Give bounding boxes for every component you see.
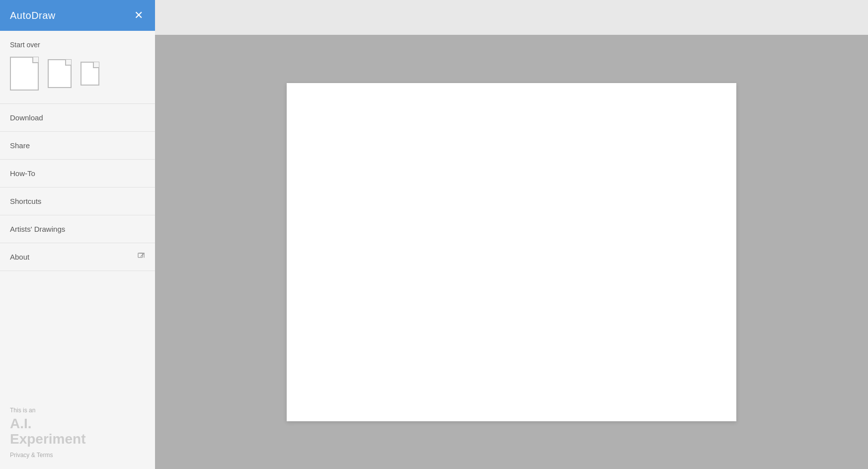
menu-item-how-to-label: How-To (10, 169, 35, 178)
canvas-option-medium[interactable] (48, 59, 72, 88)
sidebar-footer: This is an A.I. Experiment Privacy & Ter… (10, 407, 145, 459)
sidebar-header: AutoDraw ✕ (0, 0, 155, 31)
app-title: AutoDraw (10, 10, 56, 21)
canvas-option-small[interactable] (80, 62, 99, 86)
start-over-section: Start over (0, 31, 155, 95)
external-link-icon (137, 252, 145, 262)
menu-item-share-label: Share (10, 141, 30, 150)
canvas-option-large[interactable] (10, 57, 39, 91)
menu-item-how-to[interactable]: How-To (0, 160, 155, 188)
canvas-size-options (10, 57, 145, 91)
menu-item-download-label: Download (10, 113, 43, 122)
sidebar: AutoDraw ✕ Start over Download Share How… (0, 0, 155, 469)
menu-item-about-label: About (10, 253, 29, 261)
canvas-icon-medium (48, 59, 72, 88)
canvas-area (155, 35, 868, 469)
drawing-canvas[interactable] (287, 83, 736, 421)
canvas-icon-small (80, 62, 99, 86)
main-area (155, 0, 868, 469)
menu-item-artists-drawings[interactable]: Artists' Drawings (0, 215, 155, 243)
start-over-label: Start over (10, 41, 145, 49)
ai-experiment-label: A.I. Experiment (10, 416, 145, 447)
privacy-terms-link[interactable]: Privacy & Terms (10, 452, 53, 459)
menu-item-download[interactable]: Download (0, 104, 155, 132)
menu-item-about[interactable]: About (0, 243, 155, 271)
menu-item-shortcuts[interactable]: Shortcuts (0, 188, 155, 215)
close-button[interactable]: ✕ (132, 8, 145, 23)
menu-item-artists-drawings-label: Artists' Drawings (10, 225, 65, 233)
menu-item-share[interactable]: Share (0, 132, 155, 160)
main-top-bar (155, 0, 868, 35)
canvas-icon-large (10, 57, 39, 91)
this-is-an-label: This is an (10, 407, 145, 415)
menu-item-shortcuts-label: Shortcuts (10, 197, 41, 205)
close-icon: ✕ (134, 10, 143, 21)
